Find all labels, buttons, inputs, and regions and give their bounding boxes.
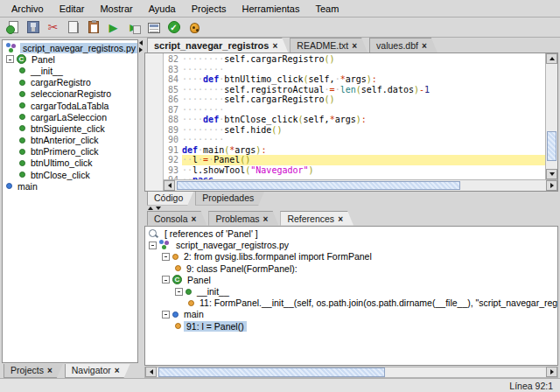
code-line-82[interactable]: 82········self.cargarRegistro(): [182, 54, 545, 65]
paste-icon: [88, 21, 99, 33]
reference-item[interactable]: 91: l = Panel(): [145, 320, 557, 332]
code-line-90[interactable]: 90········: [182, 135, 545, 145]
view-tab-propiedades[interactable]: Propiedades: [195, 192, 264, 206]
code-line-88[interactable]: 88····def·btnClose_click(self,*args):: [182, 115, 545, 125]
new-script-button[interactable]: [4, 19, 21, 36]
panel-tab-navigator[interactable]: Navigator×: [65, 364, 130, 378]
debug-button[interactable]: [186, 19, 202, 36]
console-tab-consola[interactable]: Consola×: [147, 211, 206, 226]
cut-button[interactable]: ✂: [45, 19, 61, 36]
tree-item[interactable]: seleccionarRegistro: [3, 88, 137, 100]
paste-button[interactable]: [85, 19, 102, 36]
code-line-92[interactable]: 92··l·=·Panel(): [182, 155, 545, 165]
menu-herramientas[interactable]: Herramientas: [234, 1, 307, 17]
menu-team[interactable]: Team: [308, 1, 347, 17]
tab-script-navegar-registros[interactable]: script_navegar_registros×: [147, 38, 288, 52]
tree-item[interactable]: btnClose_click: [3, 169, 137, 180]
menu-mostrar[interactable]: Mostrar: [92, 1, 140, 17]
code-line-86[interactable]: 86········self.cargarRegistro(): [182, 94, 545, 105]
panel-tab-projects[interactable]: Projects×: [4, 364, 63, 378]
tree-item[interactable]: cargarLaSeleccion: [3, 111, 137, 122]
tree-expander-icon[interactable]: [6, 55, 14, 63]
reference-item[interactable]: 2: from gvsig.libs.formpanel import Form…: [145, 251, 557, 262]
menu-archivo[interactable]: Archivo: [4, 1, 52, 17]
console-horizontal-scrollbar[interactable]: [144, 367, 558, 378]
editor-hscroll-thumb[interactable]: [177, 181, 460, 190]
console-tab-problemas[interactable]: Problemas×: [208, 211, 278, 226]
tree-item[interactable]: btnAnterior_click: [3, 135, 137, 146]
tree-item[interactable]: btnUltimo_click: [3, 158, 137, 169]
tree-expander-icon[interactable]: [175, 288, 183, 296]
code-editor[interactable]: 82········self.cargarRegistro()83·······…: [144, 52, 558, 192]
scroll-right-button[interactable]: [546, 180, 557, 191]
code-line-89[interactable]: 89········self.hide(): [182, 125, 545, 136]
run-file-button[interactable]: ▶: [125, 19, 142, 36]
view-tab-c-digo[interactable]: Código: [147, 192, 193, 206]
tab-values-dbf[interactable]: values.dbf×: [369, 38, 438, 52]
save-button[interactable]: [24, 19, 41, 36]
scroll-right-button[interactable]: [546, 367, 557, 377]
copy-button[interactable]: [65, 19, 81, 36]
check-syntax-icon: ✓: [168, 21, 180, 33]
tree-expander-icon[interactable]: [162, 276, 170, 284]
reference-item[interactable]: [ references of 'Panel' ]: [145, 228, 557, 240]
console-hscroll-thumb[interactable]: [158, 368, 385, 377]
tab-readme-txt[interactable]: README.txt×: [290, 38, 368, 52]
console-tab-references[interactable]: References×: [280, 211, 354, 226]
reference-item[interactable]: main: [145, 309, 557, 320]
tree-item[interactable]: cargarRegistro: [3, 77, 137, 88]
close-icon[interactable]: ×: [192, 214, 197, 224]
tree-item[interactable]: cargarTodaLaTabla: [3, 100, 137, 111]
editor-horizontal-scrollbar[interactable]: [164, 179, 557, 191]
close-icon[interactable]: ×: [422, 41, 427, 51]
tree-item[interactable]: script_navegar_registros.py: [3, 42, 137, 53]
reference-item[interactable]: CPanel: [145, 274, 557, 285]
menu-projects[interactable]: Projects: [184, 1, 234, 17]
menu-ayuda[interactable]: Ayuda: [141, 1, 184, 17]
tree-item[interactable]: btnPrimero_click: [3, 146, 137, 158]
vertical-splitter[interactable]: [144, 206, 558, 212]
tree-expander-icon[interactable]: [149, 242, 157, 249]
code-line-87[interactable]: 87········: [182, 105, 545, 116]
close-icon[interactable]: ×: [272, 41, 277, 51]
check-syntax-button[interactable]: ✓: [165, 19, 182, 36]
scroll-down-button[interactable]: [546, 169, 557, 179]
editor-vertical-scrollbar[interactable]: [545, 53, 557, 179]
expand-right-icon[interactable]: [139, 47, 143, 52]
code-line-84[interactable]: 84····def·btnUltimo_click(self,·*args):: [182, 74, 545, 85]
line-number: 92: [164, 155, 178, 165]
reference-item[interactable]: 11: FormPanel.__init__(self, os.path.joi…: [145, 298, 557, 309]
tree-expander-icon[interactable]: [162, 311, 170, 318]
close-icon[interactable]: ×: [352, 41, 357, 51]
code-line-93[interactable]: 93··l.showTool("Navegador"): [182, 165, 545, 176]
horizontal-splitter[interactable]: [138, 38, 144, 378]
reference-item[interactable]: script_navegar_registros.py: [145, 240, 557, 251]
expand-down-icon[interactable]: [156, 206, 161, 210]
tree-item-label: script_navegar_registros.py: [173, 240, 291, 250]
close-icon[interactable]: ×: [47, 366, 52, 375]
code-area[interactable]: 82········self.cargarRegistro()83·······…: [164, 53, 557, 191]
tree-item[interactable]: __init__: [3, 65, 137, 76]
tree-item[interactable]: btnSiguiente_click: [3, 122, 137, 134]
tree-expander-icon[interactable]: [162, 253, 170, 261]
show-console-button[interactable]: [145, 19, 162, 36]
menu-editar[interactable]: Editar: [52, 1, 93, 17]
editor-vscroll-thumb[interactable]: [547, 131, 556, 161]
close-icon[interactable]: ×: [338, 214, 343, 224]
scroll-left-button[interactable]: [164, 180, 175, 191]
collapse-left-icon[interactable]: [139, 40, 143, 46]
code-line-83[interactable]: 83········: [182, 65, 545, 75]
run-button[interactable]: ▶: [105, 19, 122, 36]
arrow-right-icon: [550, 183, 554, 188]
code-line-85[interactable]: 85········self.registroActual·=·len(self…: [182, 85, 545, 95]
tree-item[interactable]: CPanel: [3, 53, 137, 65]
scroll-left-button[interactable]: [145, 367, 157, 377]
reference-item[interactable]: __init__: [145, 285, 557, 297]
code-line-91[interactable]: 91def·main(*args):: [182, 145, 545, 156]
tree-item[interactable]: main: [3, 180, 137, 192]
scroll-up-button[interactable]: [546, 53, 557, 64]
reference-item[interactable]: 9: class Panel(FormPanel):: [145, 262, 557, 274]
close-icon[interactable]: ×: [263, 214, 269, 224]
collapse-up-icon[interactable]: [148, 206, 153, 210]
close-icon[interactable]: ×: [115, 366, 120, 375]
